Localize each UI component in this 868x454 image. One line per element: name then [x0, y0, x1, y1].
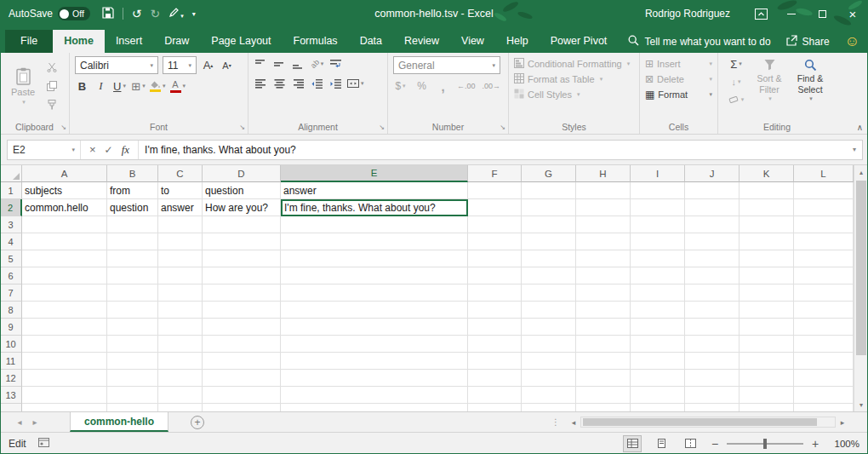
- cell-J1[interactable]: [685, 182, 740, 199]
- cell-J14[interactable]: [685, 404, 740, 411]
- enter-icon[interactable]: ✓: [105, 144, 113, 156]
- number-dialog-launcher-icon[interactable]: ↘: [500, 124, 505, 131]
- cell-A2[interactable]: common.hello: [22, 199, 107, 216]
- cell-G6[interactable]: [522, 267, 576, 284]
- align-left-icon[interactable]: [254, 76, 268, 91]
- cell-H13[interactable]: [576, 387, 631, 404]
- cell-L2[interactable]: [794, 199, 854, 216]
- cell-F11[interactable]: [468, 353, 522, 370]
- orientation-icon[interactable]: ab▾: [310, 56, 324, 72]
- row-header-11[interactable]: 11: [0, 353, 22, 370]
- scrollbar-gripper-icon[interactable]: ⋮: [551, 417, 560, 427]
- font-size-combo[interactable]: 11 ▾: [163, 56, 197, 74]
- vertical-scrollbar[interactable]: ▴ ▾: [854, 165, 868, 411]
- column-header-l[interactable]: L: [794, 165, 854, 182]
- cell-L6[interactable]: [794, 267, 854, 284]
- cell-A8[interactable]: [22, 302, 107, 319]
- cell-B4[interactable]: [107, 233, 158, 250]
- font-name-combo[interactable]: Calibri ▾: [75, 56, 158, 74]
- decrease-indent-icon[interactable]: [310, 76, 324, 91]
- cell-C4[interactable]: [158, 233, 203, 250]
- cell-G3[interactable]: [522, 216, 576, 233]
- cell-K3[interactable]: [740, 216, 794, 233]
- cell-B7[interactable]: [107, 284, 158, 302]
- column-header-j[interactable]: J: [685, 165, 740, 182]
- undo-icon[interactable]: ↺: [132, 7, 142, 20]
- cell-C5[interactable]: [158, 250, 203, 267]
- ink-pen-icon[interactable]: ▾: [168, 7, 184, 20]
- minimize-icon[interactable]: [776, 0, 807, 27]
- column-header-a[interactable]: A: [22, 165, 107, 182]
- tab-review[interactable]: Review: [393, 30, 450, 53]
- feedback-smiley-icon[interactable]: ☺: [845, 34, 859, 49]
- cell-H14[interactable]: [576, 404, 631, 411]
- cell-H4[interactable]: [576, 233, 631, 250]
- cell-J5[interactable]: [685, 250, 740, 267]
- column-header-h[interactable]: H: [576, 165, 631, 182]
- tab-view[interactable]: View: [450, 30, 495, 53]
- cell-D7[interactable]: [203, 284, 281, 302]
- row-header-12[interactable]: 12: [0, 370, 22, 387]
- cell-G9[interactable]: [522, 319, 576, 336]
- cell-A12[interactable]: [22, 370, 107, 387]
- row-header-4[interactable]: 4: [0, 233, 22, 250]
- cell-H6[interactable]: [576, 267, 631, 284]
- cell-B1[interactable]: from: [107, 182, 158, 199]
- tell-me-search[interactable]: Tell me what you want to do: [628, 35, 771, 49]
- name-box[interactable]: E2 ▾: [8, 141, 81, 159]
- bold-button[interactable]: B: [75, 78, 89, 94]
- cell-E2[interactable]: I'm fine, thanks. What about you?: [281, 199, 468, 216]
- cell-I4[interactable]: [631, 233, 685, 250]
- cell-K14[interactable]: [740, 404, 794, 411]
- cell-C9[interactable]: [158, 319, 203, 336]
- cell-I8[interactable]: [631, 302, 685, 319]
- cell-I1[interactable]: [631, 182, 685, 199]
- sort-filter-button[interactable]: Sort & Filter ▾: [749, 56, 790, 103]
- cell-A10[interactable]: [22, 336, 107, 353]
- cell-D13[interactable]: [203, 387, 281, 404]
- cell-E5[interactable]: [281, 250, 468, 267]
- tab-power-pivot[interactable]: Power Pivot: [540, 30, 619, 53]
- cell-I5[interactable]: [631, 250, 685, 267]
- cell-C1[interactable]: to: [158, 182, 203, 199]
- cell-K5[interactable]: [740, 250, 794, 267]
- cell-E12[interactable]: [281, 370, 468, 387]
- user-name[interactable]: Rodrigo Rodriguez: [645, 8, 730, 20]
- number-format-combo[interactable]: General ▾: [393, 56, 500, 74]
- currency-format-icon[interactable]: $▾: [393, 78, 408, 94]
- cell-K6[interactable]: [740, 267, 794, 284]
- column-header-k[interactable]: K: [740, 165, 794, 182]
- zoom-level[interactable]: 100%: [831, 439, 859, 449]
- cell-F3[interactable]: [468, 216, 522, 233]
- find-select-button[interactable]: Find & Select ▾: [790, 56, 831, 103]
- cell-F12[interactable]: [468, 370, 522, 387]
- cell-E11[interactable]: [281, 353, 468, 370]
- horizontal-scroll-thumb[interactable]: [583, 418, 817, 426]
- font-dialog-launcher-icon[interactable]: ↘: [239, 124, 245, 131]
- cell-B12[interactable]: [107, 370, 158, 387]
- cell-F1[interactable]: [468, 182, 522, 199]
- cell-L9[interactable]: [794, 319, 854, 336]
- cell-I3[interactable]: [631, 216, 685, 233]
- sheet-nav-left-icon[interactable]: ◂: [12, 417, 27, 427]
- cell-F10[interactable]: [468, 336, 522, 353]
- cell-J12[interactable]: [685, 370, 740, 387]
- cell-L14[interactable]: [794, 404, 854, 411]
- cell-A9[interactable]: [22, 319, 107, 336]
- row-header-7[interactable]: 7: [0, 284, 22, 302]
- vertical-scroll-track[interactable]: [854, 179, 868, 398]
- cell-K8[interactable]: [740, 302, 794, 319]
- cell-H5[interactable]: [576, 250, 631, 267]
- formula-input[interactable]: I'm fine, thanks. What about you?: [139, 141, 847, 159]
- cell-D8[interactable]: [203, 302, 281, 319]
- cell-L5[interactable]: [794, 250, 854, 267]
- cell-L10[interactable]: [794, 336, 854, 353]
- cell-C7[interactable]: [158, 284, 203, 302]
- zoom-slider[interactable]: [727, 443, 803, 445]
- cancel-icon[interactable]: ×: [89, 143, 96, 156]
- cell-G5[interactable]: [522, 250, 576, 267]
- format-as-table-button[interactable]: Format as Table ▾: [514, 72, 634, 87]
- conditional-formatting-button[interactable]: Conditional Formatting ▾: [514, 56, 634, 72]
- cell-A7[interactable]: [22, 284, 107, 302]
- cell-J11[interactable]: [685, 353, 740, 370]
